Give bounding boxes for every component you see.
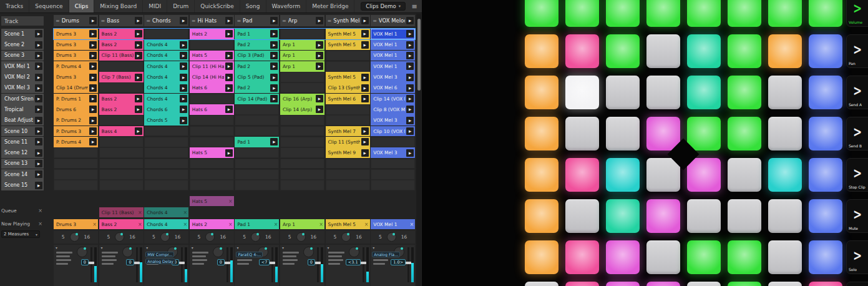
clip-cell[interactable]: [144, 137, 188, 147]
play-icon[interactable]: ▶: [180, 17, 187, 24]
play-icon[interactable]: ▶: [225, 106, 233, 113]
clip-cell[interactable]: [144, 147, 188, 158]
now-playing-clip[interactable]: Arp 1×: [280, 219, 324, 229]
close-icon[interactable]: ×: [319, 222, 323, 227]
play-icon[interactable]: ▶: [135, 74, 142, 81]
play-icon[interactable]: ▶: [35, 138, 42, 145]
clip-cell[interactable]: [99, 82, 144, 93]
fader-track[interactable]: [181, 247, 183, 282]
clip-cell[interactable]: [235, 169, 279, 180]
pad-gray[interactable]: [768, 199, 802, 233]
scene-row-vox-mel-1[interactable]: VOX Mel 1▶: [1, 61, 44, 72]
pad-orange[interactable]: [525, 199, 558, 233]
play-icon[interactable]: ▶: [35, 127, 42, 135]
knob-icon[interactable]: [251, 232, 260, 242]
pad-magenta[interactable]: [606, 240, 640, 274]
queue-clip-cell[interactable]: Clip 11 (Bass)×: [99, 207, 144, 217]
pad-green[interactable]: [525, 0, 558, 27]
menu-tab-waveform[interactable]: Waveform: [266, 0, 307, 12]
play-icon[interactable]: ▶: [89, 62, 97, 70]
clip-cell[interactable]: Clip 14 (Hi Hats)▶: [190, 72, 234, 82]
scene-row-scene-14[interactable]: Scene 14▶: [1, 169, 44, 180]
clip-cell[interactable]: [190, 115, 234, 126]
clip-cell[interactable]: VOX Mel 3▶: [371, 72, 415, 82]
clip-cell[interactable]: Chords 4▶: [144, 61, 188, 72]
pad-pink[interactable]: [565, 240, 599, 274]
pad-green[interactable]: [687, 240, 721, 274]
clip-cell[interactable]: [190, 94, 234, 104]
pan-knob[interactable]: [303, 247, 314, 257]
clip-cell[interactable]: Arp 1▶: [280, 61, 324, 72]
pad-magenta[interactable]: [646, 199, 680, 233]
play-icon[interactable]: ▶: [361, 41, 369, 49]
pad-gray[interactable]: [565, 199, 599, 233]
now-playing-clip[interactable]: Bass 2×: [99, 219, 144, 229]
now-playing-clip[interactable]: Synth Mel 5×: [326, 219, 370, 229]
clip-cell[interactable]: Clip 5 (Pad)▶: [235, 72, 279, 82]
play-icon[interactable]: ▶: [270, 52, 278, 59]
pan-knob[interactable]: [349, 247, 359, 257]
scene-button-solo[interactable]: >Solo: [846, 240, 868, 274]
pad-gray[interactable]: [525, 282, 558, 286]
clip-cell[interactable]: Arp 1▶: [280, 39, 324, 50]
clip-cell[interactable]: [235, 115, 279, 126]
pad-gray[interactable]: [728, 158, 761, 192]
play-icon[interactable]: ▶: [35, 106, 42, 113]
play-icon[interactable]: ▶: [89, 17, 97, 24]
pad-green[interactable]: [565, 0, 599, 27]
play-icon[interactable]: ▶: [35, 62, 42, 70]
play-icon[interactable]: ▶: [361, 30, 369, 37]
track-header-synth-melody[interactable]: ≡Synth Melody▶: [326, 15, 370, 26]
track-header-hi-hats[interactable]: ≡Hi Hats▶: [190, 15, 234, 26]
clip-cell[interactable]: [326, 61, 370, 72]
clip-cell[interactable]: Hats 6▶: [190, 104, 234, 115]
clip-cell[interactable]: Pad 2▶: [235, 61, 279, 72]
pad-green[interactable]: [687, 0, 721, 27]
scene-row-scene-1[interactable]: Scene 1▶: [1, 29, 44, 39]
clip-cell[interactable]: VOX Mel 3▶: [371, 147, 415, 158]
close-icon[interactable]: ×: [183, 222, 187, 227]
clip-cell[interactable]: VOX Mel 1▶: [371, 29, 415, 39]
clip-cell[interactable]: Chords 4▶: [144, 82, 188, 93]
close-icon[interactable]: ×: [228, 222, 233, 227]
fader-track[interactable]: [227, 247, 228, 282]
play-icon[interactable]: ▶: [89, 52, 97, 59]
clip-cell[interactable]: Clip 8 (VOX Mel)▶: [371, 104, 415, 115]
clip-cell[interactable]: Drums 6▶: [54, 104, 98, 115]
scrollbar-thumb[interactable]: [417, 19, 421, 91]
clip-cell[interactable]: Clip 14 (Arp)▶: [280, 104, 324, 115]
clip-cell[interactable]: Bass 2▶: [99, 39, 144, 50]
chevron-down-icon[interactable]: ▾: [101, 245, 103, 250]
play-icon[interactable]: ▶: [89, 117, 97, 124]
clip-cell[interactable]: [99, 137, 144, 147]
play-icon[interactable]: ▶: [361, 138, 369, 145]
knob-icon[interactable]: [115, 232, 124, 242]
close-icon[interactable]: ×: [92, 222, 97, 227]
pad-blue[interactable]: [809, 117, 842, 150]
pad-gray[interactable]: [768, 240, 802, 274]
pad-teal[interactable]: [687, 76, 721, 109]
pad-gray[interactable]: [646, 240, 680, 274]
clip-cell[interactable]: [280, 180, 324, 190]
track-header-chords[interactable]: ≡Chords▶: [144, 15, 188, 26]
play-icon[interactable]: ▶: [361, 84, 369, 92]
play-icon[interactable]: ▶: [225, 30, 233, 37]
clip-cell[interactable]: Arp 1▶: [280, 51, 324, 61]
knob-icon[interactable]: [296, 232, 306, 242]
play-icon[interactable]: ▶: [270, 41, 278, 49]
pad-gray[interactable]: [687, 199, 721, 233]
clip-cell[interactable]: Hats 2▶: [190, 29, 234, 39]
pad-white[interactable]: [565, 76, 599, 109]
play-icon[interactable]: ▶: [135, 41, 142, 49]
pad-gray[interactable]: [646, 158, 680, 192]
clip-cell[interactable]: [371, 159, 415, 169]
chevron-down-icon[interactable]: ▾: [146, 245, 148, 250]
track-header-vox-melody[interactable]: ≡VOX Melody▶: [371, 15, 415, 26]
pad-gray[interactable]: [606, 117, 640, 150]
play-icon[interactable]: ▶: [135, 30, 142, 37]
clip-cell[interactable]: [144, 159, 188, 169]
clip-cell[interactable]: [144, 29, 188, 39]
preset-selector[interactable]: Clips Demo ▾: [361, 2, 406, 11]
close-icon[interactable]: ×: [409, 222, 414, 227]
fader-track[interactable]: [317, 247, 319, 282]
